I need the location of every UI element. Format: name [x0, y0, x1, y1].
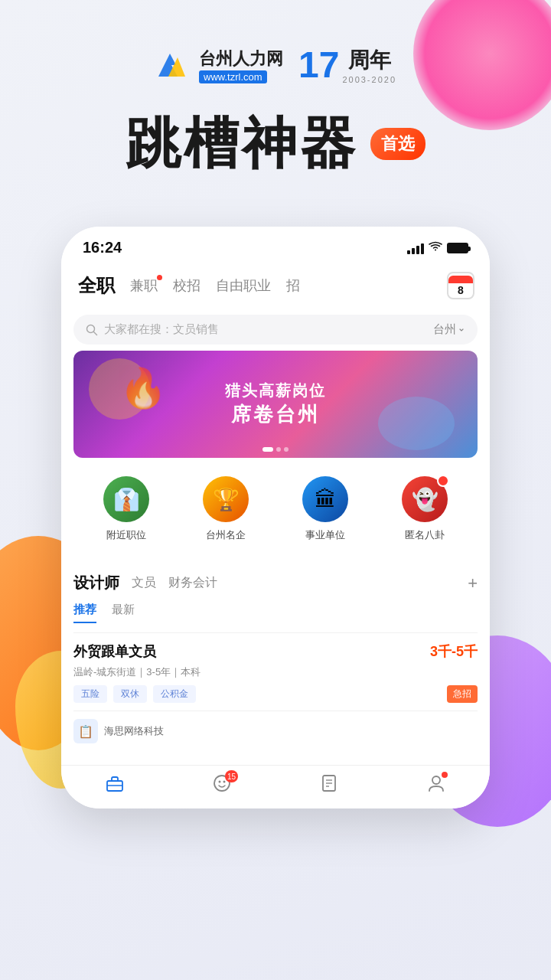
banner[interactable]: 🔥 猎头高薪岗位 席卷台州	[73, 351, 478, 458]
job-tag-weekoff: 双休	[113, 685, 147, 703]
job-cat-clerk[interactable]: 文员	[132, 575, 156, 591]
search-location[interactable]: 台州	[433, 322, 465, 337]
banner-title: 猎头高薪岗位	[225, 381, 326, 401]
svg-point-11	[432, 776, 440, 784]
document-icon	[319, 773, 339, 793]
gossip-icon: 👻	[402, 476, 448, 522]
urgent-badge: 急招	[447, 685, 478, 703]
bottom-nav: 15	[61, 765, 490, 808]
logo-icon	[155, 50, 193, 80]
status-bar: 16:24	[61, 227, 490, 263]
bottom-nav-messages[interactable]	[319, 773, 339, 793]
company-row: 📋 海思网络科技	[73, 710, 478, 743]
search-placeholder-text: 大家都在搜：文员销售	[104, 322, 219, 337]
logo-url: www.tzrl.com	[199, 70, 267, 83]
gossip-label: 匿名八卦	[405, 528, 445, 542]
briefcase-icon	[105, 773, 125, 793]
svg-point-5	[219, 781, 221, 783]
job-tag-insurance: 五险	[73, 685, 107, 703]
company-logo: 📋	[73, 719, 98, 743]
top-section: 台州人力网 www.tzrl.com 17 周年 2003-2020 跳槽神器 …	[0, 0, 551, 227]
icon-item-institution[interactable]: 🏛 事业单位	[302, 476, 348, 542]
job-tags: 五险 双休 公积金 急招	[73, 685, 478, 703]
wifi-icon	[429, 241, 442, 255]
logo-main-text: 台州人力网	[199, 47, 283, 70]
job-tab-latest[interactable]: 最新	[112, 603, 135, 623]
job-tab-recommended[interactable]: 推荐	[73, 603, 96, 623]
nav-tab-fulltime[interactable]: 全职	[77, 270, 116, 301]
svg-line-1	[94, 332, 97, 335]
bottom-nav-jobs[interactable]	[105, 773, 125, 793]
job-cat-designer[interactable]: 设计师	[73, 573, 119, 593]
job-header: 外贸跟单文员 3千-5千	[73, 642, 478, 661]
job-tag-fund: 公积金	[153, 685, 196, 703]
job-meta: 温岭-城东街道｜3-5年｜本科	[73, 665, 478, 679]
search-bar[interactable]: 大家都在搜：文员销售 台州	[73, 315, 478, 345]
calendar-top	[448, 276, 473, 283]
phone-mockup: 16:24	[61, 227, 490, 808]
signal-icon	[407, 242, 424, 254]
job-section: 设计师 文员 财务会计 + 推荐 最新 外贸跟单文员 3千-5千 温岭-城东街道…	[61, 560, 490, 765]
job-cat-finance[interactable]: 财务会计	[168, 575, 217, 591]
nav-dot-parttime	[157, 275, 162, 280]
hero-badge: 首选	[370, 128, 425, 160]
banner-flame-icon: 🔥	[119, 366, 167, 410]
institution-label: 事业单位	[305, 528, 345, 542]
nearby-jobs-label: 附近职位	[106, 528, 146, 542]
icon-item-gossip[interactable]: 👻 匿名八卦	[402, 476, 448, 542]
icon-item-nearby[interactable]: 👔 附近职位	[103, 476, 149, 542]
job-categories: 设计师 文员 财务会计 +	[73, 573, 478, 593]
hero-title-area: 跳槽神器 首选	[0, 107, 551, 181]
nav-tabs: 全职 兼职 校招 自由职业 招 8	[61, 263, 490, 309]
job-title: 外贸跟单文员	[73, 642, 156, 661]
institution-icon: 🏛	[302, 476, 348, 522]
job-tabs: 推荐 最新	[73, 603, 478, 623]
search-left: 大家都在搜：文员销售	[86, 322, 219, 337]
banner-dot-3	[284, 447, 289, 452]
anniversary-number: 17	[298, 47, 339, 83]
job-listing[interactable]: 外贸跟单文员 3千-5千 温岭-城东街道｜3-5年｜本科 五险 双休 公积金 急…	[73, 633, 478, 753]
nav-tab-recruit[interactable]: 招	[285, 273, 302, 298]
battery-icon	[447, 243, 468, 253]
profile-notification-dot	[442, 772, 448, 778]
nav-tab-parttime[interactable]: 兼职	[129, 273, 159, 298]
banner-text: 猎头高薪岗位 席卷台州	[225, 381, 326, 428]
hero-title: 跳槽神器	[126, 107, 358, 181]
icon-grid: 👔 附近职位 🏆 台州名企 🏛 事业单位 👻	[61, 464, 490, 554]
banner-dots	[262, 447, 289, 452]
svg-point-6	[223, 781, 226, 783]
search-icon	[86, 324, 98, 336]
logo-area: 台州人力网 www.tzrl.com 17 周年 2003-2020	[0, 46, 551, 84]
bottom-nav-activity[interactable]: 15	[212, 773, 232, 793]
famous-company-label: 台州名企	[206, 528, 246, 542]
banner-dot-2	[276, 447, 281, 452]
famous-company-icon: 🏆	[203, 476, 249, 522]
status-icons	[407, 241, 468, 255]
phone-inner: 16:24	[61, 227, 490, 808]
nearby-jobs-icon: 👔	[103, 476, 149, 522]
anniversary-label: 周年	[342, 46, 396, 75]
add-category-button[interactable]: +	[468, 573, 478, 593]
icon-item-famous[interactable]: 🏆 台州名企	[203, 476, 249, 542]
location-chevron-icon	[458, 326, 465, 334]
banner-subtitle: 席卷台州	[225, 401, 326, 428]
activity-badge: 15	[225, 770, 238, 782]
logo-text-group: 台州人力网 www.tzrl.com	[199, 47, 283, 83]
company-name: 海思网络科技	[104, 724, 164, 738]
nav-tab-campus[interactable]: 校招	[171, 273, 202, 298]
calendar-number: 8	[458, 285, 464, 296]
bottom-nav-profile[interactable]	[426, 773, 446, 793]
banner-dot-1	[262, 447, 273, 452]
anniversary-years: 2003-2020	[342, 75, 396, 84]
calendar-button[interactable]: 8	[447, 272, 474, 299]
nav-tab-freelance[interactable]: 自由职业	[214, 273, 272, 298]
gossip-notification-dot	[437, 475, 449, 487]
anniversary-area: 17 周年 2003-2020	[298, 46, 396, 84]
job-salary: 3千-5千	[430, 642, 478, 661]
status-time: 16:24	[83, 239, 122, 256]
anniversary-text-group: 周年 2003-2020	[342, 46, 396, 84]
